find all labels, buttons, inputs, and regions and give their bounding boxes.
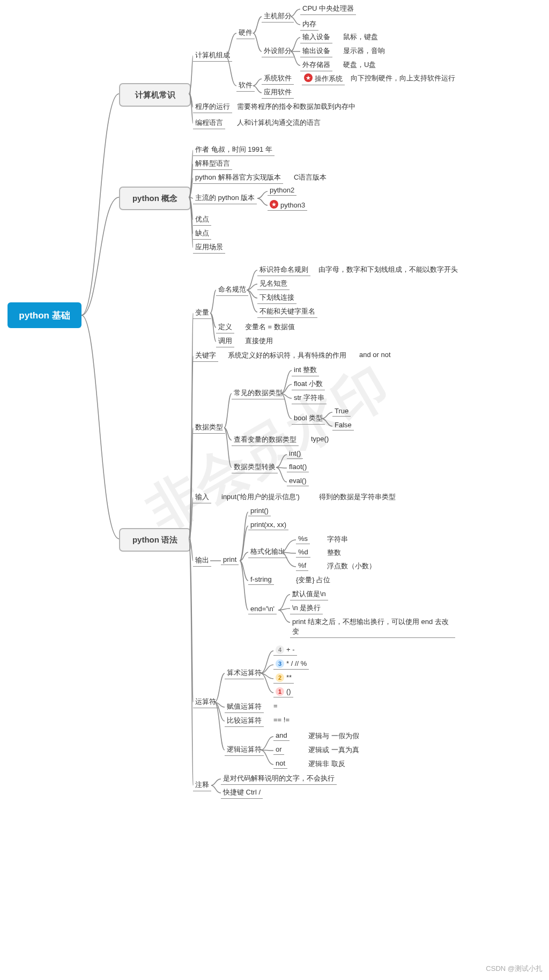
node-evalfn[interactable]: eval() bbox=[287, 477, 309, 486]
ann-pd: 整数 bbox=[327, 548, 341, 558]
node-main-part[interactable]: 主机部分 bbox=[262, 11, 294, 23]
node-a2[interactable]: 2** bbox=[273, 673, 294, 684]
connector-lines bbox=[0, 0, 549, 980]
node-print-0[interactable]: print() bbox=[248, 507, 271, 516]
node-disadvantages[interactable]: 缺点 bbox=[193, 228, 211, 240]
node-str[interactable]: str 字符串 bbox=[292, 393, 327, 404]
node-python3[interactable]: ★python3 bbox=[268, 200, 307, 211]
watermark-text: 非会员水印 bbox=[134, 351, 403, 547]
node-true[interactable]: True bbox=[332, 407, 351, 417]
node-common-types[interactable]: 常见的数据类型 bbox=[232, 388, 285, 399]
node-output[interactable]: 输出 bbox=[193, 555, 211, 567]
node-fstring[interactable]: f-string bbox=[248, 575, 274, 585]
major-python-concept[interactable]: python 概念 bbox=[119, 187, 191, 210]
node-end3[interactable]: print 结束之后，不想输出换行，可以使用 end 去改变 bbox=[290, 617, 455, 638]
node-not[interactable]: not bbox=[273, 759, 287, 769]
a3-label: * / // % bbox=[286, 659, 307, 667]
node-a4[interactable]: 4+ - bbox=[273, 645, 297, 656]
node-compare[interactable]: 比较运算符 bbox=[225, 716, 264, 727]
ann-compare: == != bbox=[273, 716, 290, 724]
node-implementation[interactable]: python 解释器官方实现版本 bbox=[193, 173, 283, 184]
node-operator[interactable]: 运算符 bbox=[193, 697, 218, 708]
node-cpu[interactable]: CPU 中央处理器 bbox=[300, 4, 356, 15]
a2-label: ** bbox=[286, 673, 292, 681]
node-and[interactable]: and bbox=[273, 731, 290, 741]
star-icon: ★ bbox=[304, 73, 313, 82]
node-call[interactable]: 调用 bbox=[216, 336, 234, 347]
root-node[interactable]: python 基础 bbox=[8, 302, 81, 328]
node-floatfn[interactable]: flaot() bbox=[287, 463, 309, 472]
node-computer-arch[interactable]: 计算机组成 bbox=[193, 50, 232, 62]
node-or[interactable]: or bbox=[273, 745, 284, 755]
node-program-run[interactable]: 程序的运行 bbox=[193, 102, 232, 113]
node-define[interactable]: 定义 bbox=[216, 322, 234, 333]
node-mainstream-version[interactable]: 主流的 python 版本 bbox=[193, 193, 257, 204]
node-end-param[interactable]: end='\n' bbox=[248, 605, 277, 614]
node-check-type[interactable]: 查看变量的数据类型 bbox=[232, 435, 299, 446]
node-advantages[interactable]: 优点 bbox=[193, 214, 211, 226]
node-programming-language[interactable]: 编程语言 bbox=[193, 118, 225, 129]
node-bool[interactable]: bool 类型 bbox=[292, 413, 325, 425]
node-variable[interactable]: 变量 bbox=[193, 308, 211, 319]
ann-define: 变量名 = 数据值 bbox=[245, 322, 295, 332]
node-end1[interactable]: 默认值是\n bbox=[290, 589, 328, 600]
node-keyword[interactable]: 关键字 bbox=[193, 351, 218, 362]
node-a1[interactable]: 1() bbox=[273, 687, 293, 697]
node-datatype[interactable]: 数据类型 bbox=[193, 422, 225, 434]
ann-input-code: input('给用户的提示信息') bbox=[221, 492, 300, 502]
node-underscore[interactable]: 下划线连接 bbox=[257, 293, 296, 304]
node-intfn[interactable]: int() bbox=[287, 449, 303, 459]
node-print[interactable]: print bbox=[221, 555, 239, 565]
node-float[interactable]: float 小数 bbox=[292, 379, 325, 390]
ann-pf: 浮点数（小数） bbox=[327, 561, 376, 571]
node-application-software[interactable]: 应用软件 bbox=[262, 87, 294, 99]
node-meaningful-name[interactable]: 见名知意 bbox=[257, 279, 290, 290]
star-icon: ★ bbox=[270, 200, 278, 209]
node-python2[interactable]: python2 bbox=[268, 186, 296, 196]
ann-keyword-example: and or not bbox=[359, 351, 391, 359]
node-operating-system[interactable]: ★操作系统 bbox=[302, 73, 345, 85]
node-format-output[interactable]: 格式化输出 bbox=[248, 547, 287, 558]
node-software[interactable]: 软件 bbox=[236, 80, 255, 92]
ann-assign: = bbox=[273, 702, 278, 710]
node-false[interactable]: False bbox=[332, 421, 354, 430]
node-hardware[interactable]: 硬件 bbox=[236, 28, 255, 39]
node-identifier-rule[interactable]: 标识符命名规则 bbox=[257, 265, 310, 276]
node-end2[interactable]: \n 是换行 bbox=[290, 603, 323, 614]
node-int[interactable]: int 整数 bbox=[292, 365, 319, 376]
node-a3[interactable]: 3* / // % bbox=[273, 659, 309, 670]
node-memory[interactable]: 内存 bbox=[300, 19, 318, 31]
node-peripheral[interactable]: 外设部分 bbox=[262, 46, 294, 57]
node-usecases[interactable]: 应用场景 bbox=[193, 242, 225, 254]
node-author[interactable]: 作者 龟叔，时间 1991 年 bbox=[193, 145, 274, 156]
node-type-convert[interactable]: 数据类型转换 bbox=[232, 462, 278, 473]
node-assign[interactable]: 赋值运算符 bbox=[225, 702, 264, 713]
node-input[interactable]: 输入 bbox=[193, 492, 211, 503]
node-external-storage[interactable]: 外存储器 bbox=[300, 60, 332, 71]
ann-program-run: 需要将程序的指令和数据加载到内存中 bbox=[237, 102, 355, 112]
node-naming[interactable]: 命名规范 bbox=[216, 285, 248, 296]
major-computer-knowledge[interactable]: 计算机常识 bbox=[119, 83, 191, 107]
node-input-device[interactable]: 输入设备 bbox=[300, 32, 332, 43]
node-interpreted[interactable]: 解释型语言 bbox=[193, 159, 232, 170]
a4-label: + - bbox=[286, 645, 295, 654]
ann-os-desc: 向下控制硬件，向上支持软件运行 bbox=[351, 73, 455, 83]
node-print-1[interactable]: print(xx, xx) bbox=[248, 521, 288, 530]
major-python-syntax[interactable]: python 语法 bbox=[119, 528, 191, 552]
node-logic[interactable]: 逻辑运算符 bbox=[225, 745, 264, 756]
ann-ps: 字符串 bbox=[327, 534, 348, 544]
node-pd[interactable]: %d bbox=[296, 548, 310, 558]
node-comment[interactable]: 注释 bbox=[193, 780, 211, 791]
ann-input-example: 鼠标，键盘 bbox=[343, 32, 378, 42]
node-comment-2[interactable]: 快捷键 Ctrl / bbox=[221, 788, 263, 799]
a1-label: () bbox=[286, 687, 291, 695]
ann-call: 直接使用 bbox=[245, 336, 273, 346]
node-system-software[interactable]: 系统软件 bbox=[262, 73, 294, 85]
node-ps[interactable]: %s bbox=[296, 534, 310, 544]
node-pf[interactable]: %f bbox=[296, 561, 308, 571]
node-output-device[interactable]: 输出设备 bbox=[300, 46, 332, 57]
ann-keyword-desc: 系统定义好的标识符，具有特殊的作用 bbox=[228, 351, 346, 360]
node-arithmetic[interactable]: 算术运算符 bbox=[225, 668, 264, 679]
node-not-keyword[interactable]: 不能和关键字重名 bbox=[257, 307, 317, 318]
node-comment-1[interactable]: 是对代码解释说明的文字，不会执行 bbox=[221, 774, 337, 785]
